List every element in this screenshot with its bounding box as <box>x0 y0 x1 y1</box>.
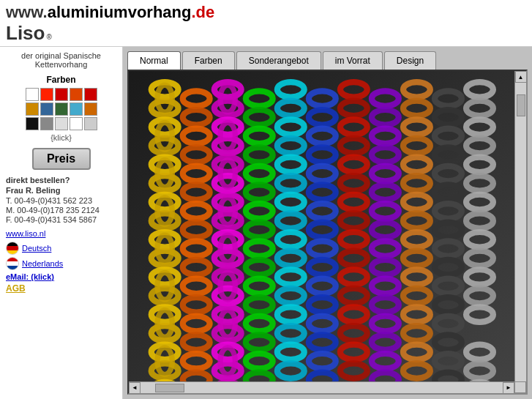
color-swatch-black[interactable] <box>26 117 39 130</box>
color-swatch-green[interactable] <box>55 102 68 116</box>
flag-de <box>6 242 19 255</box>
contact-section: direkt bestellen? Frau R. Beling T. 00-4… <box>6 176 116 224</box>
color-swatch-cyan[interactable] <box>70 102 83 116</box>
preis-button[interactable]: Preis <box>32 148 91 170</box>
email-link-item[interactable]: eMail: (klick) <box>6 272 116 281</box>
site-url: www.aluminiumvorhang.de <box>6 3 526 22</box>
website-link[interactable]: www.liso.nl <box>6 229 45 238</box>
brand-title: Liso® <box>6 22 526 45</box>
sidebar-tagline: der original Spanische Kettenvorhang <box>6 51 116 69</box>
vertical-scrollbar[interactable]: ▲ <box>514 71 526 381</box>
url-tld: .de <box>191 3 214 21</box>
contact-name: Frau R. Beling <box>6 186 116 195</box>
scroll-corner <box>514 381 526 393</box>
url-prefix: www. <box>6 3 48 21</box>
page-header: www.aluminiumvorhang.de Liso® <box>0 0 532 47</box>
tab-im-vorrat[interactable]: im Vorrat <box>323 51 383 70</box>
tab-farben[interactable]: Farben <box>182 51 235 70</box>
tab-normal[interactable]: Normal <box>127 51 181 70</box>
lang-de-item[interactable]: Deutsch <box>6 242 116 255</box>
tab-sonderangebot[interactable]: Sonderangebot <box>236 51 321 70</box>
color-swatch-white[interactable] <box>26 88 39 101</box>
color-swatch-lightgray[interactable] <box>55 117 68 130</box>
scroll-right-arrow[interactable]: ► <box>503 382 514 394</box>
klick-label: {klick} <box>6 133 116 142</box>
email-link[interactable]: eMail: (klick) <box>6 272 54 281</box>
scroll-thumb-h[interactable] <box>155 384 184 392</box>
lang-nl-item[interactable]: Nederlands <box>6 257 116 270</box>
agb-link[interactable]: AGB <box>6 283 26 294</box>
farben-heading: Farben <box>6 75 116 85</box>
color-swatch-brown[interactable] <box>84 102 97 116</box>
flag-nl <box>6 257 19 270</box>
color-swatch-silver[interactable] <box>84 117 97 130</box>
color-swatch-darkred[interactable] <box>55 88 68 101</box>
scroll-left-arrow[interactable]: ◄ <box>129 382 141 394</box>
website-link-item[interactable]: www.liso.nl <box>6 228 116 239</box>
chains-image <box>129 71 526 393</box>
tab-bar: Normal Farben Sonderangebot im Vorrat De… <box>123 47 532 70</box>
lang-de-link[interactable]: Deutsch <box>22 244 51 253</box>
horizontal-scrollbar[interactable]: ◄ ► <box>129 381 514 393</box>
color-swatch-red[interactable] <box>40 88 53 101</box>
color-swatch-red2[interactable] <box>84 88 97 101</box>
content-area: Normal Farben Sonderangebot im Vorrat De… <box>123 47 532 399</box>
url-main: aluminiumvorhang <box>48 3 192 21</box>
sidebar: der original Spanische Kettenvorhang Far… <box>0 47 123 399</box>
color-swatch-blue[interactable] <box>40 102 53 116</box>
phone-t: T. 00-49-(0)431 562 223 <box>6 196 116 205</box>
color-swatch-white2[interactable] <box>70 117 83 130</box>
phone-m: M. 00-49-(0)178 235 2124 <box>6 206 116 215</box>
svg-rect-0 <box>129 71 526 393</box>
direkt-bestellen-label: direkt bestellen? <box>6 176 116 184</box>
color-grid <box>6 88 116 130</box>
agb-link-item[interactable]: AGB <box>6 283 116 294</box>
color-swatch-gray[interactable] <box>40 117 53 130</box>
lang-nl-link[interactable]: Nederlands <box>22 259 63 268</box>
color-swatch-orange[interactable] <box>70 88 83 101</box>
color-swatch-ochre[interactable] <box>26 102 39 116</box>
scroll-up-arrow[interactable]: ▲ <box>515 71 527 83</box>
main-layout: der original Spanische Kettenvorhang Far… <box>0 47 532 399</box>
phone-f: F. 00-49-(0)431 534 5867 <box>6 215 116 224</box>
brand-suffix: ® <box>46 33 51 41</box>
image-viewer: ▲ ◄ ► <box>127 70 528 395</box>
scroll-thumb-v[interactable] <box>517 94 525 116</box>
brand-name: Liso <box>6 22 45 45</box>
tab-design[interactable]: Design <box>384 51 436 70</box>
